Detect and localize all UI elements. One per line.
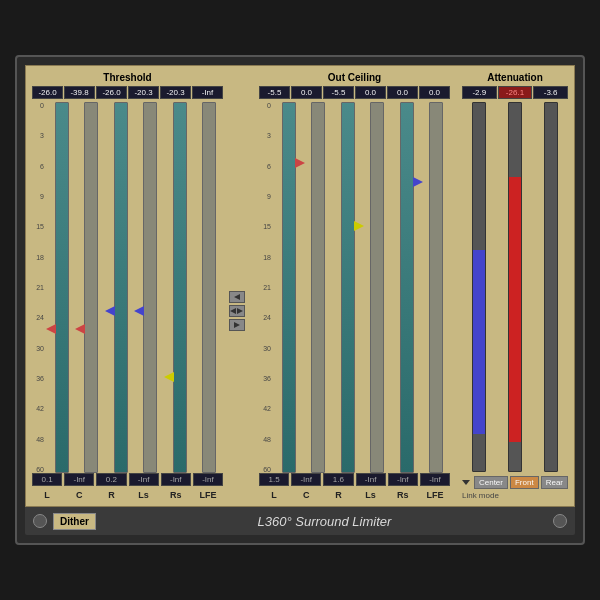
ch-label-Rs: Rs	[161, 490, 191, 500]
threshold-val-3: -20.3	[128, 86, 159, 99]
outceiling-val-2: -5.5	[323, 86, 354, 99]
att-fader-R[interactable]	[534, 102, 568, 472]
att-fader-C[interactable]	[498, 102, 532, 472]
link-buttons-area	[227, 122, 247, 500]
attenuation-values-row: -2.9 -26.1 -3.6	[462, 86, 568, 99]
threshold-bot-0: 0.1	[32, 473, 62, 486]
threshold-fader-L[interactable]	[48, 102, 76, 473]
threshold-fader-C[interactable]	[78, 102, 106, 473]
outceiling-bot-1: -Inf	[291, 473, 321, 486]
att-fader-L[interactable]	[462, 102, 496, 472]
link-left-btn[interactable]	[229, 291, 245, 303]
ch-label-LFE: LFE	[193, 490, 223, 500]
threshold-val-2: -26.0	[96, 86, 127, 99]
ch-label-Ls: Ls	[129, 490, 159, 500]
threshold-val-5: -Inf	[192, 86, 223, 99]
threshold-channel-labels: L C R Ls Rs LFE	[32, 490, 223, 500]
threshold-val-1: -39.8	[64, 86, 95, 99]
outceiling-bot-2: 1.6	[323, 473, 353, 486]
oc-ch-LFE: LFE	[420, 490, 450, 500]
oc-ch-L: L	[259, 490, 289, 500]
threshold-faders-wrapper: 0369151821243036424860	[32, 102, 223, 473]
outceiling-scale: 0369151821243036424860	[259, 102, 273, 473]
footer-left-icon	[33, 514, 47, 528]
link-tab-rear[interactable]: Rear	[541, 476, 568, 489]
threshold-fader-R[interactable]	[107, 102, 135, 473]
threshold-scale: 0369151821243036424860	[32, 102, 46, 473]
outceiling-fader-L[interactable]	[275, 102, 303, 473]
oc-ch-Rs: Rs	[388, 490, 418, 500]
plugin-title: L360° Surround Limiter	[258, 514, 392, 529]
threshold-val-4: -20.3	[160, 86, 191, 99]
link-tab-center[interactable]: Center	[474, 476, 508, 489]
outceiling-fader-Rs[interactable]	[393, 102, 421, 473]
outceiling-val-0: -5.5	[259, 86, 290, 99]
outceiling-faders-wrapper: 0369151821243036424860	[259, 102, 450, 473]
oc-ch-R: R	[323, 490, 353, 500]
ch-label-L: L	[32, 490, 62, 500]
outceiling-val-3: 0.0	[355, 86, 386, 99]
link-mode-row: Center Front Rear	[462, 476, 568, 489]
threshold-bot-5: -Inf	[193, 473, 223, 486]
threshold-val-0: -26.0	[32, 86, 63, 99]
link-both-btn[interactable]	[229, 305, 245, 317]
oc-ch-C: C	[291, 490, 321, 500]
attenuation-section: Attenuation -2.9 -26.1 -3.6	[462, 72, 568, 500]
plugin-footer: Dither L360° Surround Limiter	[25, 507, 575, 535]
threshold-label: Threshold	[32, 72, 223, 83]
dither-button[interactable]: Dither	[53, 513, 96, 530]
attenuation-label: Attenuation	[462, 72, 568, 83]
plugin-body: Threshold -26.0 -39.8 -26.0 -20.3 -20.3 …	[25, 65, 575, 507]
oc-ch-Ls: Ls	[356, 490, 386, 500]
outceiling-section: Out Ceiling -5.5 0.0 -5.5 0.0 0.0 0.0 03…	[259, 72, 450, 500]
att-val-1: -26.1	[498, 86, 533, 99]
link-mode-label: Link mode	[462, 491, 499, 500]
att-val-2: -3.6	[533, 86, 568, 99]
threshold-fader-Ls[interactable]	[137, 102, 165, 473]
outceiling-channel-labels: L C R Ls Rs LFE	[259, 490, 450, 500]
threshold-bottom-row: 0.1 -Inf 0.2 -Inf -Inf -Inf	[32, 473, 223, 486]
link-right-btn[interactable]	[229, 319, 245, 331]
outceiling-bot-4: -Inf	[388, 473, 418, 486]
threshold-section: Threshold -26.0 -39.8 -26.0 -20.3 -20.3 …	[32, 72, 223, 500]
outceiling-fader-C[interactable]	[304, 102, 332, 473]
outceiling-bottom-row: 1.5 -Inf 1.6 -Inf -Inf -Inf	[259, 473, 450, 486]
attenuation-faders-wrapper	[462, 102, 568, 472]
outceiling-bot-3: -Inf	[356, 473, 386, 486]
ch-label-R: R	[96, 490, 126, 500]
threshold-values-row: -26.0 -39.8 -26.0 -20.3 -20.3 -Inf	[32, 86, 223, 99]
threshold-fader-LFE[interactable]	[196, 102, 224, 473]
outceiling-fader-Ls[interactable]	[363, 102, 391, 473]
outceiling-bot-0: 1.5	[259, 473, 289, 486]
threshold-fader-Rs[interactable]	[166, 102, 194, 473]
sections-row: Threshold -26.0 -39.8 -26.0 -20.3 -20.3 …	[32, 72, 568, 500]
link-tab-front[interactable]: Front	[510, 476, 539, 489]
threshold-bot-1: -Inf	[64, 473, 94, 486]
outceiling-values-row: -5.5 0.0 -5.5 0.0 0.0 0.0	[259, 86, 450, 99]
outceiling-label: Out Ceiling	[259, 72, 450, 83]
threshold-bot-3: -Inf	[129, 473, 159, 486]
outceiling-bot-5: -Inf	[420, 473, 450, 486]
outceiling-fader-R[interactable]	[334, 102, 362, 473]
threshold-bot-4: -Inf	[161, 473, 191, 486]
outceiling-val-4: 0.0	[387, 86, 418, 99]
outceiling-val-1: 0.0	[291, 86, 322, 99]
threshold-bot-2: 0.2	[96, 473, 126, 486]
att-val-0: -2.9	[462, 86, 497, 99]
outceiling-fader-LFE[interactable]	[422, 102, 450, 473]
link-mode-area: Center Front Rear Link mode	[462, 476, 568, 500]
ch-label-C: C	[64, 490, 94, 500]
footer-right-icon	[553, 514, 567, 528]
plugin-container: Threshold -26.0 -39.8 -26.0 -20.3 -20.3 …	[15, 55, 585, 545]
dropdown-arrow-icon[interactable]	[462, 478, 470, 487]
outceiling-val-5: 0.0	[419, 86, 450, 99]
